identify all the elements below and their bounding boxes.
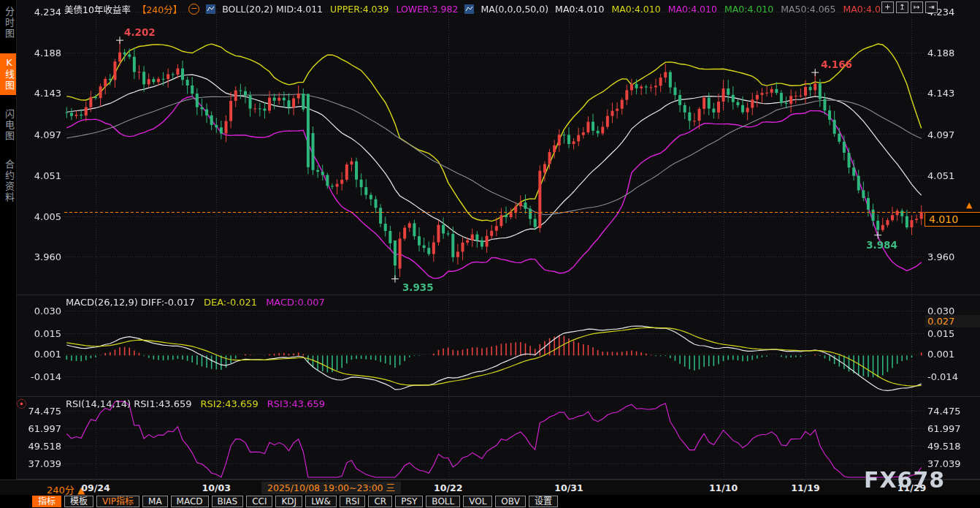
collapse-circle-icon[interactable]: −	[188, 4, 199, 15]
toolbar-tabs: 指标模板VIP指标MAMACDBIASCCIKDJLW&RSICRPSYBOLL…	[32, 496, 558, 507]
tab-VIP指标[interactable]: VIP指标	[96, 496, 139, 507]
ma-value: MA50:4.065	[781, 4, 835, 15]
ma-indicator-icon[interactable]	[464, 4, 474, 14]
boll-value: UPPER:4.039	[330, 4, 388, 15]
date-10/22: 10/22	[434, 482, 462, 493]
tab-KDJ[interactable]: KDJ	[275, 496, 302, 507]
sidebar-item-K线图[interactable]: K线图	[0, 53, 16, 95]
price-tick-right: 4.143	[927, 88, 954, 99]
macd-tick-left: 0.001	[19, 349, 61, 360]
tab-BIAS[interactable]: BIAS	[212, 496, 244, 507]
indicator-header: 美债10年收益率 【240分】 − BOLL(20,2) MID:4.011UP…	[64, 2, 892, 15]
ma-value: MA0:4.010	[668, 4, 717, 15]
price-tick-left: 4.188	[19, 48, 61, 58]
tab-OBV[interactable]: OBV	[495, 496, 526, 507]
macd-tick-left: -0.014	[19, 371, 61, 382]
tab-CR[interactable]: CR	[368, 496, 392, 507]
macd-dea-value: DEA:-0.021	[204, 297, 257, 308]
rsi3-value: RSI3:43.659	[267, 398, 325, 409]
trading-app: { "app": {"watermark": "FX678"}, "sideba…	[0, 0, 980, 508]
annotation-4.166: 4.166	[821, 58, 852, 70]
chart-type-sidebar: 分时图K线图闪电图合约资料	[0, 0, 17, 479]
macd-tick-right: 0.001	[927, 349, 954, 360]
time-axis: 240分 ▲ 09/2410/0310/2210/3111/1011/1911/…	[0, 479, 980, 496]
symbol-title: 美债10年收益率	[64, 2, 131, 16]
ma-params-label: MA(0,0,0,50,0)	[481, 4, 548, 15]
chart-canvas[interactable]	[0, 0, 980, 508]
tab-MACD[interactable]: MACD	[171, 496, 209, 507]
tab-VOL[interactable]: VOL	[463, 496, 492, 507]
rsi-tick-left: 49.518	[19, 440, 61, 451]
price-tick-right: 4.188	[927, 48, 954, 58]
price-tick-left: 4.005	[19, 211, 61, 221]
macd-tick-left: 0.015	[19, 327, 61, 338]
annotation-4.202: 4.202	[124, 26, 156, 38]
price-tick-left: 4.234	[19, 7, 61, 18]
window-controls: +↥↦⇥	[881, 1, 938, 13]
current-price-box: 4.010	[925, 212, 980, 227]
tab-PSY[interactable]: PSY	[395, 496, 423, 507]
boll-value: LOWER:3.982	[396, 4, 458, 15]
annotation-3.984: 3.984	[866, 239, 897, 251]
rsi-tick-right: 61.997	[927, 422, 961, 433]
x-axis-scale-icon[interactable]: ↦	[911, 1, 923, 13]
macd-title: MACD(26,12,9) DIFF:-0.017	[66, 297, 195, 308]
watermark: FX678	[864, 467, 945, 493]
date-11/19: 11/19	[791, 482, 819, 493]
macd-header: MACD(26,12,9) DIFF:-0.017 DEA:-0.021 MAC…	[66, 297, 325, 308]
ma-value: MA0:4.010	[724, 4, 773, 15]
tab-LW&[interactable]: LW&	[305, 496, 337, 507]
tab-模板[interactable]: 模板	[64, 496, 93, 507]
macd-tick-right: -0.014	[927, 371, 958, 382]
period-label: 【240分】	[137, 2, 182, 16]
tab-CCI[interactable]: CCI	[246, 496, 272, 507]
macd-tick-right: 0.015	[927, 327, 954, 338]
tab-指标[interactable]: 指标	[32, 496, 61, 507]
date-11/10: 11/10	[709, 482, 738, 493]
date-09/24: 09/24	[81, 482, 110, 493]
sidebar-item-分时图[interactable]: 分时图	[0, 3, 16, 43]
price-tick-right: 4.051	[927, 170, 954, 181]
ma-value: MA0:4.010	[611, 4, 660, 15]
price-tick-right: 3.960	[927, 251, 954, 262]
tab-RSI[interactable]: RSI	[340, 496, 366, 507]
price-tick-left: 4.143	[19, 88, 61, 99]
ma-values: MA0:4.010MA0:4.010MA0:4.010MA0:4.010MA50…	[555, 4, 892, 15]
macd-macd-value: MACD:0.007	[266, 297, 325, 308]
macd-highlight-box: 0.027	[925, 315, 980, 327]
price-tick-left: 4.097	[19, 129, 61, 140]
sidebar-item-闪电图[interactable]: 闪电图	[0, 105, 16, 145]
tab-设置[interactable]: 设置	[529, 496, 558, 507]
pan-right-icon[interactable]: ⇥	[925, 1, 938, 13]
crosshair-icon[interactable]: +	[881, 1, 894, 13]
boll-values: BOLL(20,2) MID:4.011UPPER:4.039LOWER:3.9…	[222, 4, 458, 15]
rsi-tick-right: 49.518	[927, 440, 961, 451]
rsi-title: RSI(14,14,14) RSI1:43.659	[66, 398, 192, 409]
tab-BOLL[interactable]: BOLL	[426, 496, 460, 507]
rsi-tick-left: 74.475	[19, 406, 61, 417]
rsi-tick-right: 74.475	[927, 406, 961, 417]
panel-alert-icon	[17, 399, 26, 409]
sidebar-item-合约资料[interactable]: 合约资料	[0, 156, 16, 207]
price-tick-left: 3.960	[19, 251, 61, 262]
indicator-toolbar: 指标模板VIP指标MAMACDBIASCCIKDJLW&RSICRPSYBOLL…	[0, 495, 980, 508]
rsi-tick-left: 37.039	[19, 458, 61, 469]
crosshair-date-box: 2025/10/08 19:00~23:00 三	[261, 482, 401, 494]
tab-MA[interactable]: MA	[142, 496, 168, 507]
rsi-tick-left: 61.997	[19, 422, 61, 433]
rsi-header: RSI(14,14,14) RSI1:43.659 RSI2:43.659 RS…	[66, 398, 325, 409]
ma-value: MA0:4.010	[555, 4, 604, 15]
boll-indicator-icon[interactable]	[206, 4, 215, 14]
annotation-3.935: 3.935	[402, 281, 434, 293]
rsi2-value: RSI2:43.659	[201, 398, 259, 409]
boll-value: BOLL(20,2) MID:4.011	[222, 4, 323, 15]
date-10/31: 10/31	[554, 482, 583, 493]
price-tick-right: 4.097	[927, 129, 954, 140]
price-tick-left: 4.051	[19, 170, 61, 181]
y-axis-scale-icon[interactable]: ↥	[896, 1, 908, 13]
macd-tick-left: 0.030	[19, 306, 61, 316]
price-arrow-icon: ▲	[966, 200, 972, 210]
date-10/03: 10/03	[202, 482, 231, 493]
